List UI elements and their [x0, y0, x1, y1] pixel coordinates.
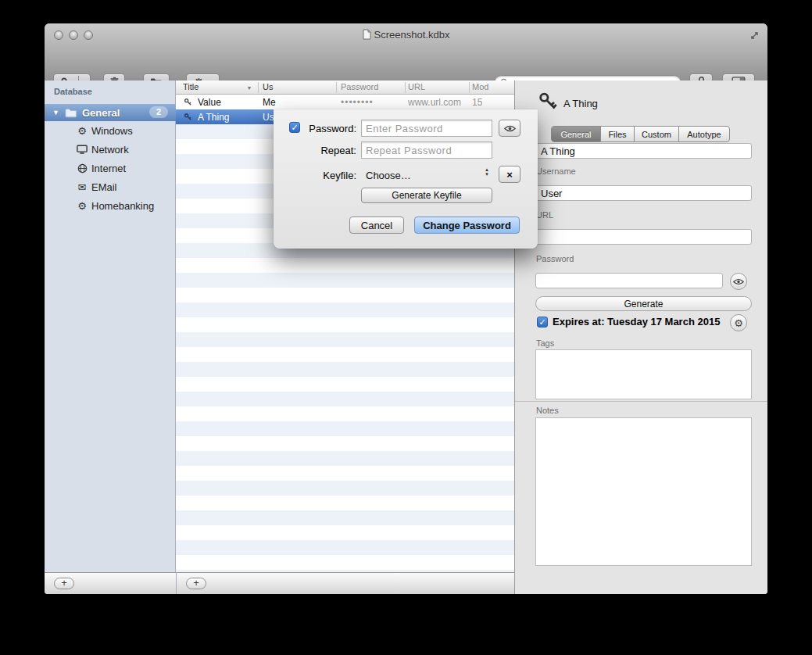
change-password-dialog: ✓ Password: Repeat: Keyfile: Choose… ▲ ▼… [274, 109, 538, 249]
gear-icon: ⚙ [734, 318, 743, 328]
notes-input[interactable] [535, 417, 752, 566]
tab-custom[interactable]: Custom [635, 127, 679, 141]
disclosure-triangle-icon[interactable]: ▼ [52, 109, 59, 116]
tab-general[interactable]: General [552, 127, 601, 141]
window-chrome: Screenshot.kdbx ▼ Add Entry D [45, 23, 767, 81]
sidebar-group-general[interactable]: ▼ General 2 [45, 104, 176, 121]
title-field[interactable] [535, 143, 752, 159]
column-divider[interactable] [469, 82, 470, 93]
clear-keyfile-button[interactable]: × [499, 166, 520, 183]
sidebar-item-homebanking[interactable]: ⚙ Homebanking [45, 196, 176, 215]
url-field[interactable] [535, 229, 752, 245]
dialog-password-label: Password: [300, 123, 356, 134]
envelope-icon: ✉ [76, 181, 88, 193]
sidebar-item-label: Windows [91, 125, 133, 137]
username-label: Username [536, 166, 576, 176]
column-url-text: URL [408, 82, 425, 91]
dialog-keyfile-label: Keyfile: [300, 170, 356, 181]
gear-icon: ⚙ [76, 200, 88, 212]
monitor-icon [76, 145, 88, 155]
column-header-password[interactable]: Password [341, 82, 378, 91]
fullscreen-icon[interactable] [749, 30, 760, 41]
cancel-button[interactable]: Cancel [349, 217, 404, 234]
column-password-text: Password [341, 82, 378, 91]
password-field[interactable] [535, 273, 723, 288]
document-icon [363, 29, 371, 40]
dialog-password-input[interactable] [361, 120, 492, 137]
globe-icon [76, 163, 88, 174]
column-title-text: Title [183, 82, 199, 91]
gear-icon: ⚙ [76, 125, 88, 137]
notes-label: Notes [536, 406, 559, 415]
tab-files[interactable]: Files [601, 127, 635, 141]
column-modified-text: Mod [472, 82, 488, 91]
expiry-settings-button[interactable]: ⚙ [730, 314, 747, 331]
checkmark-icon: ✓ [291, 123, 298, 132]
entry-url: www.url.com [408, 97, 461, 108]
add-entry-plus-button[interactable]: + [186, 578, 206, 589]
change-password-button[interactable]: Change Password [414, 217, 520, 234]
window-title: Screenshot.kdbx [45, 29, 767, 41]
keyfile-popup-value[interactable]: Choose… [366, 170, 411, 181]
password-label: Password [536, 254, 574, 263]
column-divider[interactable] [258, 82, 259, 93]
url-label: URL [536, 210, 553, 220]
app-window: Screenshot.kdbx ▼ Add Entry D [45, 23, 767, 594]
password-enable-checkbox[interactable]: ✓ [289, 122, 300, 133]
column-header-modified[interactable]: Mod [472, 82, 488, 91]
entry-username: Us [263, 112, 274, 123]
column-header-username[interactable]: Us [263, 82, 273, 91]
column-divider[interactable] [405, 82, 406, 93]
add-group-plus-button[interactable]: + [54, 578, 74, 589]
sidebar-item-network[interactable]: Network [45, 140, 176, 159]
generate-password-button[interactable]: Generate [535, 296, 752, 311]
eye-icon [504, 125, 516, 132]
dialog-reveal-password-button[interactable] [499, 120, 520, 137]
entry-list-header: Title ▼ Us Password URL Mod [176, 81, 514, 95]
close-x-icon: × [506, 169, 513, 181]
generate-keyfile-button[interactable]: Generate Keyfile [361, 188, 492, 203]
window-title-text: Screenshot.kdbx [374, 29, 450, 41]
checkmark-icon: ✓ [538, 317, 546, 327]
inspector-panel: A Thing General Files Custom Autotype Us… [514, 81, 767, 594]
entry-count-badge: 2 [149, 106, 168, 118]
reveal-password-button[interactable] [730, 273, 747, 290]
group-label: General [82, 107, 120, 119]
entry-list-bottom-bar: + [176, 572, 514, 594]
toolbar: ▼ Add Entry Delete Add Group ⚙ ▼ [45, 47, 767, 81]
key-icon [184, 98, 192, 106]
entry-title: A Thing [198, 112, 229, 123]
sidebar-item-internet[interactable]: Internet [45, 159, 176, 177]
tags-input[interactable] [535, 349, 752, 399]
sidebar-bottom-bar: + [45, 572, 176, 594]
tags-label: Tags [536, 338, 554, 348]
section-divider [515, 401, 767, 402]
desktop-background: Screenshot.kdbx ▼ Add Entry D [0, 0, 812, 655]
sidebar-item-label: EMail [91, 181, 117, 193]
dialog-repeat-input[interactable] [361, 141, 492, 159]
titlebar[interactable]: Screenshot.kdbx [45, 23, 767, 47]
column-header-url[interactable]: URL [408, 82, 425, 91]
entry-title: Value [198, 97, 221, 108]
entry-key-icon [537, 90, 559, 113]
entry-password: •••••••• [341, 97, 374, 108]
entry-username: Me [263, 97, 276, 108]
popup-stepper-icon[interactable]: ▲ ▼ [485, 167, 489, 177]
inspector-tabs: General Files Custom Autotype [551, 126, 730, 142]
entry-row-value[interactable]: Value Me •••••••• www.url.com 15 [176, 95, 514, 109]
tab-autotype[interactable]: Autotype [679, 127, 729, 141]
column-header-title[interactable]: Title ▼ [183, 82, 252, 91]
username-field[interactable] [535, 185, 752, 201]
sidebar-item-email[interactable]: ✉ EMail [45, 177, 176, 196]
entry-modified: 15 [472, 97, 482, 108]
sidebar-item-label: Homebanking [91, 200, 154, 212]
group-sidebar: Database ▼ General 2 ⚙ Windows Network [45, 81, 176, 572]
expires-checkbox[interactable]: ✓ [537, 317, 548, 328]
sidebar-item-windows[interactable]: ⚙ Windows [45, 121, 176, 140]
key-icon [184, 113, 192, 121]
sidebar-item-label: Network [91, 144, 129, 156]
column-divider[interactable] [336, 82, 337, 93]
sort-indicator-icon: ▼ [246, 85, 252, 91]
sidebar-item-label: Internet [91, 163, 126, 174]
eye-icon [733, 278, 744, 285]
